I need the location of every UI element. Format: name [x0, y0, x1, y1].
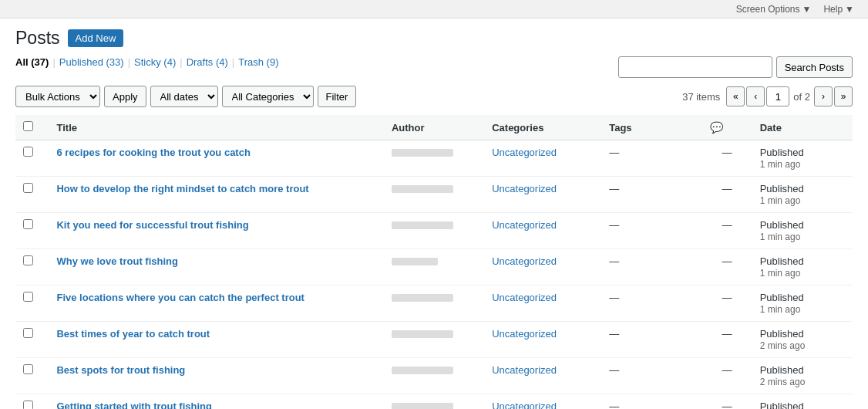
- categories-select[interactable]: All Categories: [222, 86, 314, 107]
- first-page-button[interactable]: «: [726, 86, 745, 106]
- categories-cell: Uncategorized: [484, 286, 601, 322]
- search-input[interactable]: [618, 56, 772, 78]
- last-page-button[interactable]: »: [834, 86, 853, 106]
- author-cell: [384, 358, 484, 394]
- title-cell: Kit you need for successful trout fishin…: [49, 213, 383, 249]
- table-body: 6 recipes for cooking the trout you catc…: [15, 140, 853, 410]
- author-cell: [384, 286, 484, 322]
- row-checkbox[interactable]: [23, 401, 33, 409]
- post-title-link[interactable]: Why we love trout fishing: [56, 255, 177, 267]
- title-sort-link[interactable]: Title: [56, 122, 77, 134]
- row-checkbox-cell: [15, 286, 49, 322]
- apply-button[interactable]: Apply: [104, 86, 146, 107]
- table-row: Kit you need for successful trout fishin…: [15, 213, 853, 249]
- help-chevron-icon: ▼: [845, 4, 854, 15]
- row-checkbox[interactable]: [23, 219, 33, 229]
- select-all-checkbox[interactable]: [23, 121, 33, 131]
- filter-button[interactable]: Filter: [318, 86, 357, 107]
- row-checkbox[interactable]: [23, 255, 33, 265]
- pagination: « ‹ of 2 › »: [726, 86, 853, 106]
- date-cell: Published 1 min ago: [752, 213, 853, 249]
- comments-cell: —: [702, 140, 752, 177]
- tags-cell: —: [601, 177, 701, 213]
- screen-options-button[interactable]: Screen Options ▼: [732, 4, 816, 15]
- table-row: Best spots for trout fishing Uncategoriz…: [15, 358, 853, 394]
- content-area: Posts Add New Search Posts All (37) | Pu…: [0, 19, 868, 409]
- post-title-link[interactable]: Best spots for trout fishing: [56, 364, 185, 376]
- search-posts-button[interactable]: Search Posts: [776, 56, 853, 78]
- date-cell: Published 1 min ago: [752, 177, 853, 213]
- filter-published-link[interactable]: Published (33): [59, 56, 124, 68]
- filter-trash-link[interactable]: Trash (9): [238, 56, 278, 68]
- row-checkbox[interactable]: [23, 183, 33, 193]
- author-cell: [384, 177, 484, 213]
- help-button[interactable]: Help ▼: [819, 4, 859, 15]
- row-checkbox-cell: [15, 322, 49, 358]
- tablenav-right: 37 items « ‹ of 2 › »: [682, 86, 853, 106]
- comments-cell: —: [702, 249, 752, 286]
- row-checkbox[interactable]: [23, 147, 33, 157]
- categories-cell: Uncategorized: [484, 394, 601, 410]
- categories-cell: Uncategorized: [484, 358, 601, 394]
- current-page-input[interactable]: [766, 86, 789, 106]
- filter-drafts-link[interactable]: Drafts (4): [187, 56, 228, 68]
- row-checkbox-cell: [15, 213, 49, 249]
- date-status: Published: [760, 364, 804, 376]
- category-link[interactable]: Uncategorized: [492, 328, 557, 340]
- tags-cell: —: [601, 394, 701, 410]
- row-checkbox[interactable]: [23, 364, 33, 374]
- tags-cell: —: [601, 213, 701, 249]
- date-relative: 1 min ago: [760, 159, 801, 170]
- prev-page-button[interactable]: ‹: [746, 86, 765, 106]
- author-cell: [384, 322, 484, 358]
- post-title-link[interactable]: Five locations where you can catch the p…: [56, 292, 304, 303]
- tablenav-top: Bulk Actions Apply All dates All Categor…: [15, 84, 853, 109]
- categories-cell: Uncategorized: [484, 213, 601, 249]
- filter-drafts: Drafts (4): [187, 56, 228, 68]
- category-link[interactable]: Uncategorized: [492, 183, 557, 194]
- dates-select[interactable]: All dates: [150, 86, 218, 107]
- tags-cell: —: [601, 286, 701, 322]
- help-label: Help: [823, 4, 843, 15]
- page-title: Posts: [15, 28, 60, 49]
- comments-cell: —: [702, 322, 752, 358]
- date-cell: Published 1 min ago: [752, 249, 853, 286]
- add-new-button[interactable]: Add New: [68, 29, 124, 47]
- next-page-button[interactable]: ›: [814, 86, 833, 106]
- comments-cell: —: [702, 358, 752, 394]
- select-all-column: [15, 115, 49, 140]
- date-relative: 1 min ago: [760, 195, 801, 206]
- post-title-link[interactable]: How to develop the right mindset to catc…: [56, 183, 308, 194]
- date-status: Published: [760, 255, 804, 267]
- category-link[interactable]: Uncategorized: [492, 292, 557, 303]
- title-column-header: Title: [49, 115, 383, 140]
- date-relative: 1 min ago: [760, 232, 801, 242]
- author-cell: [384, 213, 484, 249]
- post-title-link[interactable]: Getting started with trout fishing: [56, 401, 212, 409]
- category-link[interactable]: Uncategorized: [492, 364, 557, 376]
- author-cell: [384, 249, 484, 286]
- author-placeholder: [392, 330, 453, 338]
- top-bar: Screen Options ▼ Help ▼: [0, 0, 868, 19]
- category-link[interactable]: Uncategorized: [492, 401, 557, 409]
- author-cell: [384, 140, 484, 177]
- author-placeholder: [392, 258, 438, 265]
- filter-sticky-link[interactable]: Sticky (4): [134, 56, 176, 68]
- post-title-link[interactable]: Best times of year to catch trout: [56, 328, 210, 340]
- category-link[interactable]: Uncategorized: [492, 219, 557, 231]
- post-title-link[interactable]: Kit you need for successful trout fishin…: [56, 219, 248, 231]
- category-link[interactable]: Uncategorized: [492, 255, 557, 267]
- bulk-actions-select[interactable]: Bulk Actions: [15, 86, 100, 107]
- date-status: Published: [760, 147, 804, 158]
- comments-cell: —: [702, 286, 752, 322]
- comments-cell: —: [702, 213, 752, 249]
- filter-all-link[interactable]: All (37): [15, 56, 49, 68]
- row-checkbox-cell: [15, 177, 49, 213]
- categories-column-header: Categories: [484, 115, 601, 140]
- tags-cell: —: [601, 140, 701, 177]
- row-checkbox[interactable]: [23, 292, 33, 302]
- post-title-link[interactable]: 6 recipes for cooking the trout you catc…: [56, 147, 250, 158]
- category-link[interactable]: Uncategorized: [492, 147, 557, 158]
- row-checkbox[interactable]: [23, 328, 33, 338]
- date-status: Published: [760, 183, 804, 194]
